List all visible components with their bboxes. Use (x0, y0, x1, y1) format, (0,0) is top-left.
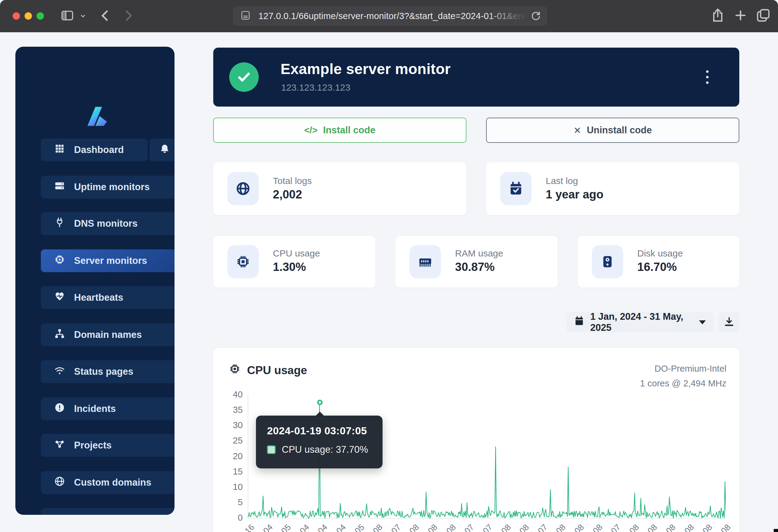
export-button[interactable] (719, 312, 739, 332)
x-axis-tick-label: 08 (680, 523, 726, 532)
app-window: 127.0.0.1/66uptime/server-monitor/3?&sta… (0, 0, 778, 532)
y-axis-tick-label: 25 (215, 436, 243, 446)
sidebar-toggle-icon[interactable] (60, 9, 74, 23)
forward-button[interactable] (121, 8, 136, 23)
reload-icon[interactable] (531, 10, 541, 22)
sidebar-item-incidents[interactable]: Incidents (41, 397, 174, 420)
tooltip-value: CPU usage: 37.70% (282, 444, 368, 455)
sidebar-item-custom-domains[interactable]: Custom domains (41, 471, 174, 494)
download-icon (724, 317, 734, 328)
sidebar-item-dns-monitors[interactable]: DNS monitors (41, 212, 174, 235)
sidebar-item-label: Incidents (74, 403, 116, 414)
window-minimize-button[interactable] (24, 12, 32, 20)
stat-label: Disk usage (637, 248, 683, 259)
stat-value: 1.30% (273, 260, 306, 274)
viewport-cutoff-fragment (774, 529, 778, 532)
new-tab-icon[interactable] (732, 7, 749, 23)
series-swatch (267, 445, 276, 454)
date-range-picker[interactable]: 1 Jan, 2024 - 31 May, 2025 (566, 312, 714, 332)
y-axis-tick-label: 20 (215, 451, 243, 461)
stat-card-total-logs: Total logs 2,002 (213, 162, 466, 215)
address-bar[interactable]: 127.0.0.1/66uptime/server-monitor/3?&sta… (234, 6, 547, 25)
sidebar-item-label: Dashboard (74, 144, 124, 156)
y-axis-tick-label: 40 (215, 389, 243, 400)
server-icon (54, 181, 65, 193)
stat-card-last-log: Last log 1 year ago (486, 162, 739, 215)
toolbar-chevron-down-icon[interactable] (79, 12, 87, 20)
chip-icon (227, 245, 259, 278)
sidebar-item-domain-names[interactable]: Domain names (41, 324, 174, 346)
highlighted-point-marker-center (319, 401, 321, 404)
heart-pulse-icon (54, 291, 65, 304)
chart-title: CPU usage (229, 363, 307, 377)
y-axis-tick-label: 5 (215, 497, 243, 508)
y-axis-tick-label: 15 (215, 466, 243, 477)
calendar-icon (574, 316, 584, 328)
stat-value: 1 year ago (546, 188, 604, 201)
sidebar-item-label: Status pages (74, 366, 133, 377)
sidebar-item-server-monitors[interactable]: Server monitors (41, 249, 174, 272)
tooltip-datetime: 2024-01-19 03:07:05 (267, 425, 372, 437)
wifi-icon (54, 365, 65, 378)
sidebar-item-projects[interactable]: Projects (41, 434, 174, 457)
browser-toolbar: 127.0.0.1/66uptime/server-monitor/3?&sta… (0, 0, 778, 32)
sidebar-item-status-pages[interactable]: Status pages (41, 360, 174, 383)
chart-tooltip: 2024-01-19 03:07:05 CPU usage: 37.70% (256, 416, 383, 468)
back-button[interactable] (98, 8, 113, 23)
stat-label: Total logs (273, 176, 312, 186)
chevron-down-icon (699, 320, 706, 324)
sidebar: Dashboard Uptime monitors DNS monitors S… (15, 47, 174, 515)
monitor-header-card: Example server monitor 123.123.123.123 (213, 48, 739, 107)
monitor-ip: 123.123.123.123 (281, 82, 350, 93)
stat-card-ram-usage: RAM usage 30.87% (395, 236, 558, 287)
ram-icon (409, 245, 441, 278)
sidebar-item-dashboard[interactable]: Dashboard (41, 139, 148, 161)
y-axis-tick-label: 30 (215, 420, 243, 430)
sidebar-item-partial[interactable] (41, 508, 174, 515)
stat-card-disk-usage: Disk usage 16.70% (578, 236, 739, 287)
install-code-button[interactable]: </> Install code (213, 118, 466, 143)
chip-icon (54, 254, 65, 267)
stat-value: 30.87% (455, 260, 495, 274)
sidebar-item-label: DNS monitors (74, 218, 138, 229)
chip-icon (229, 363, 240, 377)
alert-circle-icon (54, 403, 65, 415)
status-up-icon (229, 62, 259, 92)
sidebar-item-label: Projects (74, 440, 111, 451)
notifications-button[interactable] (150, 139, 174, 161)
stat-label: RAM usage (455, 248, 503, 259)
stat-label: Last log (546, 176, 578, 186)
server-meta: DO-Premium-Intel 1 cores @ 2,494 MHz (640, 361, 726, 391)
y-axis-tick-label: 0 (215, 513, 243, 523)
window-close-button[interactable] (13, 12, 20, 20)
code-icon: </> (304, 125, 317, 136)
sitemap-icon (54, 328, 65, 341)
disk-icon (592, 245, 623, 278)
uninstall-code-button[interactable]: ✕ Uninstall code (486, 118, 739, 143)
url-fade (486, 11, 526, 21)
tooltip-arrow (315, 412, 324, 416)
tab-overview-icon[interactable] (755, 7, 771, 23)
sidebar-item-uptime-monitors[interactable]: Uptime monitors (41, 176, 174, 198)
server-plan: DO-Premium-Intel (640, 361, 726, 376)
grid-icon (54, 144, 65, 156)
server-cpu-spec: 1 cores @ 2,494 MHz (640, 376, 726, 391)
app-logo[interactable] (82, 101, 110, 131)
sidebar-item-label: Heartbeats (74, 292, 123, 303)
stat-value: 16.70% (637, 260, 677, 274)
page-title: Example server monitor (281, 61, 451, 77)
sidebar-item-label: Custom domains (74, 477, 151, 488)
date-range-label: 1 Jan, 2024 - 31 May, 2025 (590, 311, 690, 333)
globe-icon (54, 476, 65, 489)
sidebar-item-label: Uptime monitors (74, 182, 150, 193)
kebab-menu-icon[interactable] (701, 67, 713, 88)
bell-icon (159, 144, 170, 156)
page-settings-icon[interactable] (240, 10, 251, 22)
sidebar-item-label: Domain names (74, 329, 142, 340)
sidebar-item-heartbeats[interactable]: Heartbeats (41, 286, 174, 309)
window-zoom-button[interactable] (36, 12, 44, 20)
close-icon: ✕ (573, 125, 581, 136)
url-text: 127.0.0.1/66uptime/server-monitor/3?&sta… (258, 11, 526, 21)
plug-icon (54, 217, 65, 230)
share-icon[interactable] (710, 7, 726, 23)
